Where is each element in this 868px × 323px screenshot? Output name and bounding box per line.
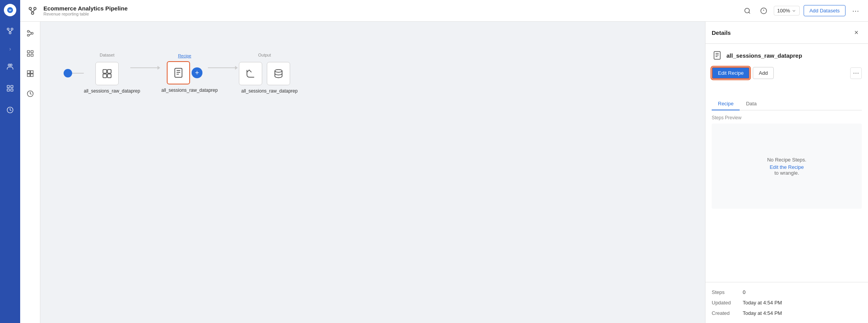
meta-updated-val: Today at 4:54 PM xyxy=(743,300,782,306)
sec-grid-icon[interactable] xyxy=(23,67,37,81)
add-step-button[interactable]: + xyxy=(192,67,202,78)
secondary-sidebar xyxy=(20,22,40,323)
svg-point-25 xyxy=(31,33,33,34)
edit-recipe-link[interactable]: Edit the Recipe xyxy=(769,164,804,170)
sec-nodes-icon[interactable] xyxy=(23,46,37,60)
svg-rect-34 xyxy=(30,71,33,74)
svg-point-16 xyxy=(31,12,34,14)
flow-start-dot xyxy=(64,69,72,77)
app-logo[interactable]: W xyxy=(4,4,16,16)
flow-container: Dataset all_sessions_raw_dataprep xyxy=(64,53,290,94)
tab-recipe[interactable]: Recipe xyxy=(712,98,740,110)
panel-item-name: all_sessions_raw_dataprep xyxy=(726,52,802,59)
dataset-node-name: all_sessions_raw_dataprep xyxy=(84,88,130,94)
sec-history-icon[interactable] xyxy=(23,87,37,101)
svg-line-28 xyxy=(29,34,31,35)
expand-arrow-icon[interactable]: › xyxy=(9,46,11,52)
meta-steps-val: 0 xyxy=(743,289,745,295)
flow-node-dataset: Dataset all_sessions_raw_dataprep xyxy=(84,53,130,94)
svg-point-24 xyxy=(27,31,29,33)
meta-row-created: Created Today at 4:54 PM xyxy=(712,308,862,318)
meta-created-key: Created xyxy=(712,310,743,316)
search-button[interactable] xyxy=(741,5,754,17)
svg-rect-35 xyxy=(27,74,30,77)
svg-line-18 xyxy=(33,10,35,12)
to-wrangle-text: to wrangle. xyxy=(775,170,799,176)
zoom-control[interactable]: 100% xyxy=(774,6,800,15)
left-sidebar: W › xyxy=(0,0,20,323)
sidebar-people-icon[interactable] xyxy=(3,60,17,74)
tab-data[interactable]: Data xyxy=(740,98,763,110)
svg-rect-29 xyxy=(27,51,29,53)
flow-expand-icon[interactable] xyxy=(3,24,17,38)
steps-preview-label: Steps Preview xyxy=(712,115,862,120)
panel-title: Details xyxy=(712,29,731,36)
recipe-node-box[interactable] xyxy=(167,61,190,84)
svg-line-5 xyxy=(8,30,10,32)
meta-updated-key: Updated xyxy=(712,300,743,306)
pipeline-subtitle: Revenue reporting table xyxy=(43,12,128,16)
sidebar-history-icon[interactable] xyxy=(3,103,17,117)
panel-actions: Edit Recipe Add ⋯ xyxy=(712,67,862,85)
svg-rect-36 xyxy=(30,74,33,77)
zoom-level: 100% xyxy=(777,8,790,14)
output-node-box[interactable] xyxy=(239,62,262,85)
add-datasets-button[interactable]: Add Datasets xyxy=(804,5,846,16)
svg-rect-33 xyxy=(27,71,30,74)
svg-rect-40 xyxy=(103,74,107,77)
output-label: Output xyxy=(258,53,271,57)
svg-rect-38 xyxy=(103,70,107,73)
svg-point-14 xyxy=(29,7,31,10)
right-panel: Details × all_sessions_r xyxy=(705,22,868,323)
svg-point-26 xyxy=(27,34,29,36)
dataset-node-box[interactable] xyxy=(95,62,119,85)
no-steps-text: No Recipe Steps. xyxy=(767,157,806,163)
add-button[interactable]: Add xyxy=(753,67,773,79)
svg-line-17 xyxy=(30,10,33,12)
panel-item-header: all_sessions_raw_dataprep xyxy=(712,50,862,61)
svg-point-2 xyxy=(7,28,9,30)
output-node-name: all_sessions_raw_dataprep xyxy=(241,88,288,94)
recipe-label[interactable]: Recipe xyxy=(178,53,191,58)
canvas-area: Dataset all_sessions_raw_dataprep xyxy=(40,22,705,323)
recipe-node-name: all_sessions_raw_dataprep xyxy=(161,88,208,93)
svg-point-8 xyxy=(10,64,12,66)
flow-node-output: Output xyxy=(239,53,290,94)
svg-text:W: W xyxy=(9,9,12,12)
output-db-node-box[interactable] xyxy=(267,62,290,85)
svg-rect-47 xyxy=(714,52,720,59)
panel-tabs: Recipe Data xyxy=(712,98,862,110)
flow-node-recipe: Recipe + xyxy=(161,53,208,93)
panel-meta: Steps 0 Updated Today at 4:54 PM Created… xyxy=(705,282,868,323)
svg-rect-10 xyxy=(11,86,13,88)
sidebar-nodes-icon[interactable] xyxy=(3,81,17,95)
info-button[interactable] xyxy=(757,5,770,17)
top-bar: Ecommerce Analytics Pipeline Revenue rep… xyxy=(20,0,868,22)
pipeline-name: Ecommerce Analytics Pipeline xyxy=(43,5,128,12)
top-bar-actions: 100% Add Datasets ⋯ xyxy=(741,5,862,17)
panel-content: all_sessions_raw_dataprep Edit Recipe Ad… xyxy=(705,44,868,98)
svg-line-27 xyxy=(29,31,31,33)
edit-recipe-button[interactable]: Edit Recipe xyxy=(712,67,750,79)
dataset-label: Dataset xyxy=(100,53,114,57)
svg-rect-32 xyxy=(31,54,33,57)
pipeline-title: Ecommerce Analytics Pipeline Revenue rep… xyxy=(43,5,128,16)
meta-row-updated: Updated Today at 4:54 PM xyxy=(712,297,862,308)
meta-steps-key: Steps xyxy=(712,289,743,295)
svg-rect-42 xyxy=(175,68,182,77)
sec-flow-icon[interactable] xyxy=(23,26,37,40)
steps-preview-area: No Recipe Steps. Edit the Recipe to wran… xyxy=(712,124,862,209)
panel-close-button[interactable]: × xyxy=(851,27,862,38)
svg-rect-11 xyxy=(7,89,10,91)
pipeline-icon xyxy=(26,5,39,17)
panel-more-button[interactable]: ⋯ xyxy=(850,67,862,79)
svg-rect-31 xyxy=(27,54,29,57)
top-more-button[interactable]: ⋯ xyxy=(849,5,862,17)
svg-rect-39 xyxy=(107,70,111,73)
meta-row-steps: Steps 0 xyxy=(712,287,862,297)
panel-item-icon xyxy=(712,50,723,61)
svg-rect-9 xyxy=(7,86,10,88)
svg-point-3 xyxy=(11,28,13,30)
svg-point-15 xyxy=(34,7,36,10)
svg-rect-30 xyxy=(31,51,33,53)
